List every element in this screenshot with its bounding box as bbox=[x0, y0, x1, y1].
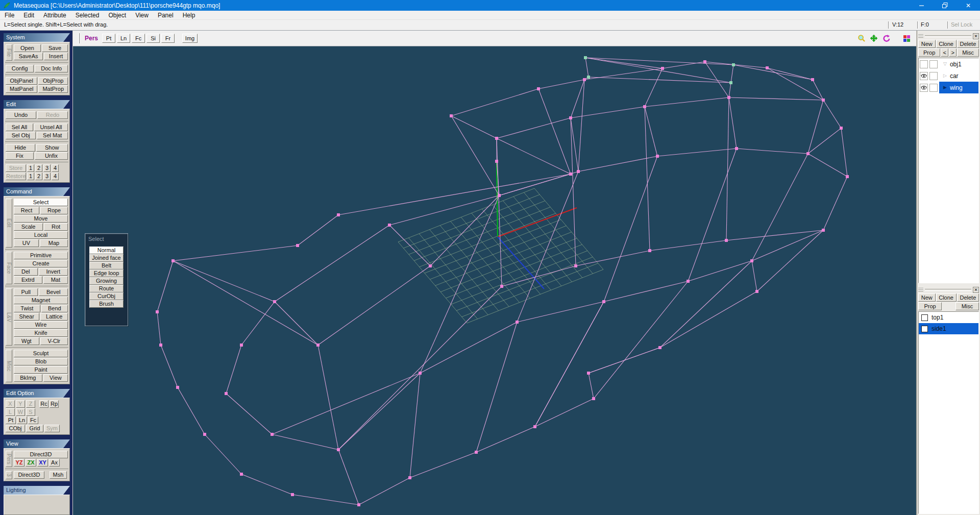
menu-item-edit[interactable]: Edit bbox=[19, 11, 39, 19]
button-open[interactable]: Open bbox=[14, 44, 41, 52]
menu-item-view[interactable]: View bbox=[131, 11, 153, 19]
panel-grip[interactable] bbox=[918, 34, 923, 38]
button-ln[interactable]: Ln bbox=[17, 416, 27, 424]
lock-cell[interactable] bbox=[929, 72, 938, 80]
button-misc[interactable]: Misc bbox=[955, 302, 979, 310]
panel-grip[interactable] bbox=[918, 288, 923, 291]
toggle-pt[interactable]: Pt bbox=[102, 34, 115, 43]
button-3[interactable]: 3 bbox=[43, 164, 51, 172]
button-sel-mat[interactable]: Sel Mat bbox=[37, 132, 68, 139]
button-move[interactable]: Move bbox=[14, 215, 68, 223]
button-mat[interactable]: Mat bbox=[43, 276, 68, 284]
panel-header-edit-option[interactable]: Edit Option bbox=[4, 389, 70, 398]
menu-item-object[interactable]: Object bbox=[104, 11, 131, 19]
button-undo[interactable]: Undo bbox=[6, 111, 36, 119]
palette-button-growing[interactable]: Growing bbox=[89, 277, 124, 285]
button-unsel-all[interactable]: Unsel All bbox=[34, 124, 68, 131]
button-insert[interactable]: Insert bbox=[44, 53, 68, 60]
button-rope[interactable]: Rope bbox=[40, 207, 68, 214]
toggle-fc[interactable]: Fc bbox=[132, 34, 145, 43]
button-show[interactable]: Show bbox=[36, 144, 68, 152]
group-tab-l-v[interactable]: L&V bbox=[6, 288, 12, 346]
panel-header-edit[interactable]: Edit bbox=[4, 100, 70, 109]
button-rect[interactable]: Rect bbox=[14, 207, 39, 214]
restore-button[interactable] bbox=[933, 0, 957, 11]
view-layout-icon[interactable] bbox=[903, 35, 910, 42]
expander-closed-icon[interactable]: ▷ bbox=[943, 73, 947, 78]
group-tab-pers[interactable]: Pers bbox=[6, 451, 12, 467]
button-delete[interactable]: Delete bbox=[957, 40, 979, 48]
button-doc-info[interactable]: Doc Info bbox=[35, 65, 68, 72]
button-yz[interactable]: YZ bbox=[14, 459, 24, 467]
button-objprop[interactable]: ObjProp bbox=[38, 77, 68, 85]
button-blob[interactable]: Blob bbox=[14, 358, 68, 365]
button-extrd[interactable]: Extrd bbox=[14, 276, 42, 284]
toolbar-grip[interactable] bbox=[78, 33, 80, 43]
menu-item-attribute[interactable]: Attribute bbox=[39, 11, 71, 19]
expander-open-icon[interactable]: ▽ bbox=[943, 62, 947, 66]
button-xy[interactable]: XY bbox=[37, 459, 48, 467]
palette-button-joined-face[interactable]: Joined face bbox=[89, 254, 124, 262]
button-sculpt[interactable]: Sculpt bbox=[14, 350, 68, 357]
panel-header-view[interactable]: View bbox=[4, 439, 70, 448]
button-sel-obj[interactable]: Sel Obj bbox=[6, 132, 36, 139]
button-map[interactable]: Map bbox=[40, 239, 68, 247]
button-rot[interactable]: Rot bbox=[44, 223, 68, 231]
menu-item-file[interactable]: File bbox=[0, 11, 19, 19]
button-clone[interactable]: Clone bbox=[936, 40, 957, 48]
button-save[interactable]: Save bbox=[42, 44, 68, 52]
button-lattice[interactable]: Lattice bbox=[40, 313, 68, 321]
button-cobj[interactable]: CObj bbox=[6, 425, 25, 432]
button-unfix[interactable]: Unfix bbox=[35, 152, 68, 160]
expander-selected-icon[interactable]: ▶ bbox=[943, 85, 947, 90]
group-tab-file[interactable]: File bbox=[6, 44, 12, 61]
view-mode-label[interactable]: Pers bbox=[85, 35, 98, 42]
menu-item-help[interactable]: Help bbox=[178, 11, 200, 19]
panel-header-system[interactable]: System bbox=[4, 33, 70, 42]
object-row-car[interactable]: ▷car bbox=[919, 70, 978, 82]
visibility-cell[interactable] bbox=[920, 60, 928, 68]
button-misc[interactable]: Misc bbox=[957, 48, 979, 57]
row-content[interactable]: ▷car bbox=[939, 70, 978, 82]
object-row-obj1[interactable]: ▽obj1 bbox=[919, 58, 978, 70]
button-bkimg[interactable]: BkImg bbox=[14, 374, 42, 382]
button-scale[interactable]: Scale bbox=[14, 223, 43, 231]
lock-cell[interactable] bbox=[929, 60, 938, 68]
button-objpanel[interactable]: ObjPanel bbox=[6, 77, 37, 85]
button-matpanel[interactable]: MatPanel bbox=[6, 85, 37, 93]
button-sel-all[interactable]: Sel All bbox=[6, 124, 33, 131]
toggle-si[interactable]: Si bbox=[146, 34, 160, 43]
material-row-side1[interactable]: side1 bbox=[919, 323, 978, 334]
viewport-canvas[interactable]: Select NormalJoined faceBeltEdge loopGro… bbox=[73, 46, 916, 515]
button-zx[interactable]: ZX bbox=[26, 459, 36, 467]
button-prop[interactable]: Prop bbox=[918, 48, 940, 57]
material-row-top1[interactable]: top1 bbox=[919, 312, 978, 323]
toggle-fr[interactable]: Fr bbox=[161, 34, 175, 43]
button-bevel[interactable]: Bevel bbox=[39, 288, 68, 296]
panel-header-lighting[interactable]: Lighting bbox=[4, 486, 70, 495]
button-fix[interactable]: Fix bbox=[6, 152, 34, 160]
button-invert[interactable]: Invert bbox=[39, 268, 68, 276]
button-local[interactable]: Local bbox=[14, 231, 68, 239]
palette-button-belt[interactable]: Belt bbox=[89, 262, 124, 269]
row-content[interactable]: ▽obj1 bbox=[939, 58, 978, 70]
minimize-button[interactable] bbox=[910, 0, 933, 11]
visibility-eye-icon[interactable] bbox=[920, 72, 928, 80]
group-tab-misc[interactable]: Misc bbox=[6, 350, 12, 382]
button-primitive[interactable]: Primitive bbox=[14, 252, 68, 259]
toggle-ln[interactable]: Ln bbox=[117, 34, 130, 43]
button-magnet[interactable]: Magnet bbox=[14, 297, 68, 304]
object-row-wing[interactable]: ▶wing bbox=[919, 82, 978, 93]
button-grid[interactable]: Grid bbox=[26, 425, 43, 432]
button-new[interactable]: New bbox=[918, 40, 936, 48]
palette-button-edge-loop[interactable]: Edge loop bbox=[89, 269, 124, 277]
button-twist[interactable]: Twist bbox=[14, 305, 40, 312]
row-content[interactable]: ▶wing bbox=[939, 82, 978, 93]
zoom-icon[interactable] bbox=[857, 34, 866, 42]
close-button[interactable]: ✕ bbox=[957, 0, 980, 11]
button-shear[interactable]: Shear bbox=[14, 313, 39, 321]
button-v-clr[interactable]: V-Clr bbox=[40, 337, 68, 345]
group-tab-edit[interactable]: Edit bbox=[6, 199, 12, 248]
button-hide[interactable]: Hide bbox=[6, 144, 35, 152]
button-new[interactable]: New bbox=[918, 293, 936, 302]
